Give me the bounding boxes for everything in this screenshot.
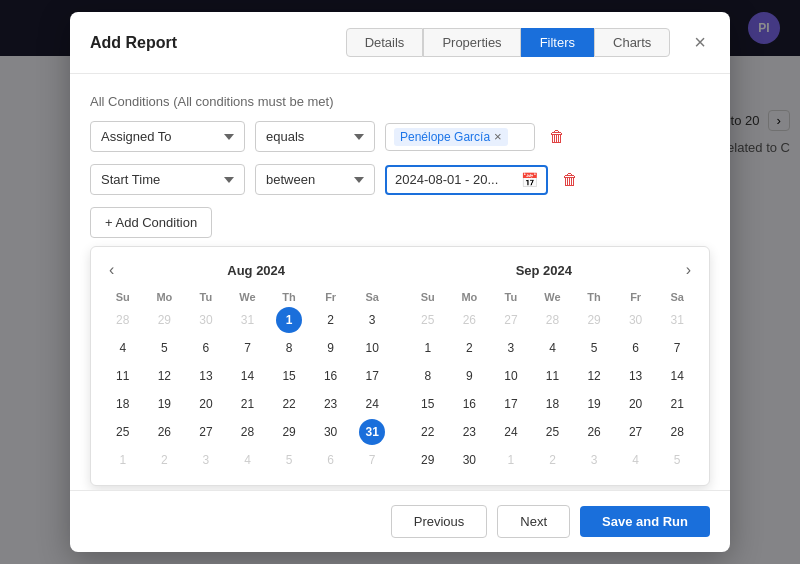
aug-day-31[interactable]: 31 bbox=[359, 419, 385, 445]
sep-day-21[interactable]: 21 bbox=[664, 391, 690, 417]
step-charts[interactable]: Charts bbox=[594, 28, 670, 57]
sep-day-26-prev[interactable]: 26 bbox=[456, 307, 482, 333]
sep-day-8[interactable]: 8 bbox=[415, 363, 441, 389]
aug-day-1-next[interactable]: 1 bbox=[110, 447, 136, 473]
sep-day-23[interactable]: 23 bbox=[456, 419, 482, 445]
sep-day-29[interactable]: 29 bbox=[415, 447, 441, 473]
tag-remove-btn[interactable]: × bbox=[494, 130, 502, 143]
aug-day-28-prev[interactable]: 28 bbox=[110, 307, 136, 333]
sep-day-13[interactable]: 13 bbox=[623, 363, 649, 389]
step-filters[interactable]: Filters bbox=[521, 28, 594, 57]
aug-day-16[interactable]: 16 bbox=[318, 363, 344, 389]
aug-day-3[interactable]: 3 bbox=[359, 307, 385, 333]
next-button[interactable]: Next bbox=[497, 505, 570, 538]
sep-day-3-next[interactable]: 3 bbox=[581, 447, 607, 473]
aug-day-20[interactable]: 20 bbox=[193, 391, 219, 417]
sep-day-18[interactable]: 18 bbox=[539, 391, 565, 417]
previous-button[interactable]: Previous bbox=[391, 505, 488, 538]
sep-day-17[interactable]: 17 bbox=[498, 391, 524, 417]
aug-day-29-prev[interactable]: 29 bbox=[151, 307, 177, 333]
aug-day-14[interactable]: 14 bbox=[234, 363, 260, 389]
aug-day-22[interactable]: 22 bbox=[276, 391, 302, 417]
aug-day-18[interactable]: 18 bbox=[110, 391, 136, 417]
sep-day-12[interactable]: 12 bbox=[581, 363, 607, 389]
calendar-icon[interactable]: 📅 bbox=[521, 172, 538, 188]
sep-day-24[interactable]: 24 bbox=[498, 419, 524, 445]
sep-day-30-prev[interactable]: 30 bbox=[623, 307, 649, 333]
sep-day-2-next[interactable]: 2 bbox=[539, 447, 565, 473]
aug-day-4[interactable]: 4 bbox=[110, 335, 136, 361]
sep-day-5[interactable]: 5 bbox=[581, 335, 607, 361]
date-text[interactable] bbox=[395, 172, 515, 187]
aug-day-2-next[interactable]: 2 bbox=[151, 447, 177, 473]
sep-day-27-prev[interactable]: 27 bbox=[498, 307, 524, 333]
sep-day-6[interactable]: 6 bbox=[623, 335, 649, 361]
aug-day-13[interactable]: 13 bbox=[193, 363, 219, 389]
sep-day-2[interactable]: 2 bbox=[456, 335, 482, 361]
aug-day-29[interactable]: 29 bbox=[276, 419, 302, 445]
aug-day-7[interactable]: 7 bbox=[234, 335, 260, 361]
sep-day-31-prev[interactable]: 31 bbox=[664, 307, 690, 333]
aug-day-9[interactable]: 9 bbox=[318, 335, 344, 361]
sep-day-19[interactable]: 19 bbox=[581, 391, 607, 417]
field-select-1[interactable]: Assigned To bbox=[90, 121, 245, 152]
aug-day-5[interactable]: 5 bbox=[151, 335, 177, 361]
delete-condition-1[interactable]: 🗑 bbox=[545, 126, 569, 148]
sep-day-28[interactable]: 28 bbox=[664, 419, 690, 445]
aug-day-8[interactable]: 8 bbox=[276, 335, 302, 361]
sep-day-7[interactable]: 7 bbox=[664, 335, 690, 361]
aug-day-26[interactable]: 26 bbox=[151, 419, 177, 445]
delete-condition-2[interactable]: 🗑 bbox=[558, 169, 582, 191]
sep-day-5-next[interactable]: 5 bbox=[664, 447, 690, 473]
sep-day-29-prev[interactable]: 29 bbox=[581, 307, 607, 333]
sep-day-1[interactable]: 1 bbox=[415, 335, 441, 361]
sep-day-4[interactable]: 4 bbox=[539, 335, 565, 361]
sep-day-9[interactable]: 9 bbox=[456, 363, 482, 389]
sep-day-25[interactable]: 25 bbox=[539, 419, 565, 445]
save-run-button[interactable]: Save and Run bbox=[580, 506, 710, 537]
add-condition-btn-all[interactable]: + Add Condition bbox=[90, 207, 212, 238]
field-select-2[interactable]: Start Time bbox=[90, 164, 245, 195]
aug-day-30-prev[interactable]: 30 bbox=[193, 307, 219, 333]
sep-day-1-next[interactable]: 1 bbox=[498, 447, 524, 473]
aug-day-25[interactable]: 25 bbox=[110, 419, 136, 445]
aug-day-5-next[interactable]: 5 bbox=[276, 447, 302, 473]
sep-day-28-prev[interactable]: 28 bbox=[539, 307, 565, 333]
aug-day-15[interactable]: 15 bbox=[276, 363, 302, 389]
aug-day-4-next[interactable]: 4 bbox=[234, 447, 260, 473]
sep-day-27[interactable]: 27 bbox=[623, 419, 649, 445]
cal-next-btn[interactable]: › bbox=[680, 259, 697, 281]
date-range-input[interactable]: 📅 bbox=[385, 165, 548, 195]
aug-day-27[interactable]: 27 bbox=[193, 419, 219, 445]
aug-day-10[interactable]: 10 bbox=[359, 335, 385, 361]
sep-day-14[interactable]: 14 bbox=[664, 363, 690, 389]
sep-day-26[interactable]: 26 bbox=[581, 419, 607, 445]
sep-day-3[interactable]: 3 bbox=[498, 335, 524, 361]
aug-day-12[interactable]: 12 bbox=[151, 363, 177, 389]
sep-day-4-next[interactable]: 4 bbox=[623, 447, 649, 473]
value-tag-input[interactable]: Penélope García × bbox=[385, 123, 535, 151]
aug-day-1[interactable]: 1 bbox=[276, 307, 302, 333]
step-details[interactable]: Details bbox=[346, 28, 424, 57]
sep-day-22[interactable]: 22 bbox=[415, 419, 441, 445]
step-properties[interactable]: Properties bbox=[423, 28, 520, 57]
aug-day-3-next[interactable]: 3 bbox=[193, 447, 219, 473]
aug-day-19[interactable]: 19 bbox=[151, 391, 177, 417]
aug-day-30[interactable]: 30 bbox=[318, 419, 344, 445]
aug-day-21[interactable]: 21 bbox=[234, 391, 260, 417]
aug-day-31-prev[interactable]: 31 bbox=[234, 307, 260, 333]
aug-day-17[interactable]: 17 bbox=[359, 363, 385, 389]
aug-day-7-next[interactable]: 7 bbox=[359, 447, 385, 473]
aug-day-23[interactable]: 23 bbox=[318, 391, 344, 417]
sep-day-25-prev[interactable]: 25 bbox=[415, 307, 441, 333]
aug-day-6-next[interactable]: 6 bbox=[318, 447, 344, 473]
sep-day-20[interactable]: 20 bbox=[623, 391, 649, 417]
operator-select-2[interactable]: between bbox=[255, 164, 375, 195]
sep-day-16[interactable]: 16 bbox=[456, 391, 482, 417]
operator-select-1[interactable]: equals bbox=[255, 121, 375, 152]
aug-day-11[interactable]: 11 bbox=[110, 363, 136, 389]
aug-day-6[interactable]: 6 bbox=[193, 335, 219, 361]
aug-day-28[interactable]: 28 bbox=[234, 419, 260, 445]
cal-prev-btn[interactable]: ‹ bbox=[103, 259, 120, 281]
sep-day-10[interactable]: 10 bbox=[498, 363, 524, 389]
